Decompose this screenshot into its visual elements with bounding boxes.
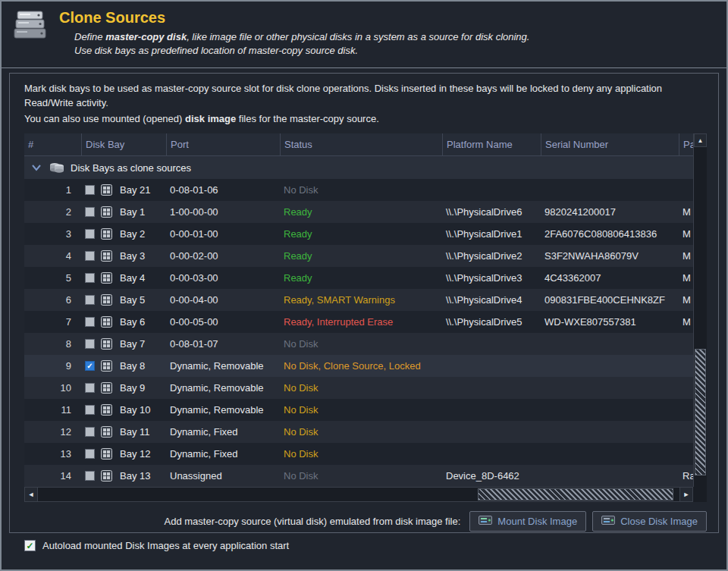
panel-intro-2: You can also use mounted (opened) disk i… <box>24 111 707 126</box>
disk-bay-icon <box>101 470 112 482</box>
serial-cell: S3F2NWAHA86079V <box>541 250 679 262</box>
row-checkbox[interactable] <box>85 317 95 327</box>
disk-bay-icon <box>101 228 112 240</box>
port-cell: Unassigned <box>167 470 281 482</box>
table-row[interactable]: 2 Bay 1 1-00-00-00 Ready \\.\PhysicalDri… <box>24 201 693 223</box>
row-checkbox[interactable] <box>85 273 95 283</box>
port-cell: 0-08-01-06 <box>167 184 281 196</box>
status-cell: Ready <box>281 228 443 240</box>
platform-cell: \\.\PhysicalDrive1 <box>443 228 541 240</box>
vertical-scroll-track[interactable] <box>694 147 707 487</box>
table-row[interactable]: 9 ✓ Bay 8 Dynamic, Removable No Disk, Cl… <box>24 355 693 377</box>
table-row[interactable]: 4 Bay 3 0-00-02-00 Ready \\.\PhysicalDri… <box>24 245 693 267</box>
extra-cell: M <box>679 316 693 328</box>
bay-label: Bay 12 <box>120 448 150 460</box>
disk-bay-icon <box>101 404 112 416</box>
table-row[interactable]: 14 Bay 13 Unassigned No Disk Device_8D-6… <box>24 465 693 487</box>
disk-bay-icon <box>101 360 112 372</box>
row-checkbox[interactable] <box>85 339 95 349</box>
port-cell: 0-00-04-00 <box>167 294 281 306</box>
table-row[interactable]: 8 Bay 7 0-08-01-07 No Disk <box>24 333 693 355</box>
table-row[interactable]: 11 Bay 10 Dynamic, Removable No Disk <box>24 399 693 421</box>
row-checkbox[interactable] <box>85 295 95 305</box>
status-cell: No Disk, Clone Source, Locked <box>281 360 443 372</box>
row-checkbox[interactable] <box>85 251 95 261</box>
row-checkbox[interactable] <box>85 471 95 481</box>
clone-sources-window: Clone Sources Define master-copy disk, l… <box>0 0 728 571</box>
row-number: 11 <box>24 404 82 416</box>
platform-cell: Device_8D-6462 <box>443 470 541 482</box>
column-header-port[interactable]: Port <box>167 133 281 155</box>
vertical-scrollbar[interactable]: ▲ <box>693 133 707 487</box>
table-row[interactable]: 1 Bay 21 0-08-01-06 No Disk <box>24 179 693 201</box>
row-checkbox[interactable] <box>85 449 95 459</box>
port-cell: Dynamic, Fixed <box>167 448 281 460</box>
port-cell: 0-00-02-00 <box>167 250 281 262</box>
row-checkbox[interactable] <box>85 405 95 415</box>
scroll-left-button[interactable]: ◄ <box>24 487 38 502</box>
column-header-status[interactable]: Status <box>281 133 443 155</box>
disk-stack-icon <box>12 6 56 67</box>
row-checkbox[interactable]: ✓ <box>85 361 95 371</box>
autoload-label: Autoload mounted Disk Images at every ap… <box>42 540 289 551</box>
row-checkbox[interactable] <box>85 383 95 393</box>
table-row[interactable]: 3 Bay 2 0-00-01-00 Ready \\.\PhysicalDri… <box>24 223 693 245</box>
table-row[interactable]: 7 Bay 6 0-00-05-00 Ready, Interrupted Er… <box>24 311 693 333</box>
column-header-number[interactable]: # <box>24 133 82 155</box>
bay-label: Bay 13 <box>120 470 150 482</box>
table-row[interactable]: 13 Bay 12 Dynamic, Fixed No Disk <box>24 443 693 465</box>
platform-cell: \\.\PhysicalDrive4 <box>443 294 541 306</box>
bay-label: Bay 8 <box>120 360 145 372</box>
scroll-right-button[interactable]: ► <box>679 487 693 502</box>
status-cell: Ready, Interrupted Erase <box>281 316 443 328</box>
extra-cell: M <box>679 272 693 284</box>
row-number: 10 <box>24 382 82 394</box>
bay-label: Bay 7 <box>120 338 145 350</box>
add-image-label: Add master-copy source (virtual disk) em… <box>164 516 460 527</box>
column-header-partial[interactable]: Pa <box>679 133 693 155</box>
horizontal-scroll-thumb[interactable] <box>478 488 673 500</box>
row-checkbox[interactable] <box>85 185 95 195</box>
platform-cell: \\.\PhysicalDrive2 <box>443 250 541 262</box>
group-row-disk-bays[interactable]: Disk Bays as clone sources <box>24 156 693 179</box>
row-number: 3 <box>24 228 82 240</box>
row-checkbox[interactable] <box>85 229 95 239</box>
page-description-line1: Define master-copy disk, like image file… <box>74 30 726 44</box>
column-header-disk-bay[interactable]: Disk Bay <box>82 133 167 155</box>
disk-bay-icon <box>101 294 112 306</box>
bay-label: Bay 11 <box>120 426 150 438</box>
disk-bay-icon <box>101 272 112 284</box>
serial-cell: 9820241200017 <box>541 206 679 218</box>
row-checkbox[interactable] <box>85 207 95 217</box>
column-header-platform-name[interactable]: Platform Name <box>443 133 541 155</box>
port-cell: Dynamic, Removable <box>167 360 281 372</box>
scroll-up-button[interactable]: ▲ <box>694 133 707 147</box>
table-row[interactable]: 6 Bay 5 0-00-04-00 Ready, SMART Warnings… <box>24 289 693 311</box>
horizontal-scroll-track[interactable] <box>38 487 679 502</box>
mount-disk-image-label: Mount Disk Image <box>497 516 577 527</box>
autoload-row: ✓ Autoload mounted Disk Images at every … <box>24 540 726 551</box>
row-number: 14 <box>24 470 82 482</box>
row-checkbox[interactable] <box>85 427 95 437</box>
port-cell: Dynamic, Removable <box>167 404 281 416</box>
extra-cell: M <box>679 228 693 240</box>
bay-label: Bay 5 <box>120 294 145 306</box>
port-cell: 0-00-01-00 <box>167 228 281 240</box>
mount-disk-image-button[interactable]: Mount Disk Image <box>469 511 586 532</box>
disk-bay-icon <box>101 382 112 394</box>
autoload-checkbox[interactable]: ✓ <box>24 540 36 551</box>
close-disk-image-button[interactable]: Close Disk Image <box>592 511 707 532</box>
horizontal-scrollbar[interactable]: ◄ ► <box>24 487 707 502</box>
vertical-scroll-thumb[interactable] <box>695 349 706 475</box>
table-row[interactable]: 5 Bay 4 0-00-03-00 Ready \\.\PhysicalDri… <box>24 267 693 289</box>
disk-image-footer: Add master-copy source (virtual disk) em… <box>24 511 707 532</box>
chevron-down-icon[interactable] <box>30 162 42 173</box>
row-number: 9 <box>24 360 82 372</box>
status-cell: Ready <box>281 272 443 284</box>
status-cell: No Disk <box>281 338 443 350</box>
status-cell: Ready <box>281 206 443 218</box>
column-header-serial-number[interactable]: Serial Number <box>541 133 679 155</box>
disk-bay-icon <box>101 338 112 350</box>
table-row[interactable]: 12 Bay 11 Dynamic, Fixed No Disk <box>24 421 693 443</box>
table-row[interactable]: 10 Bay 9 Dynamic, Removable No Disk <box>24 377 693 399</box>
